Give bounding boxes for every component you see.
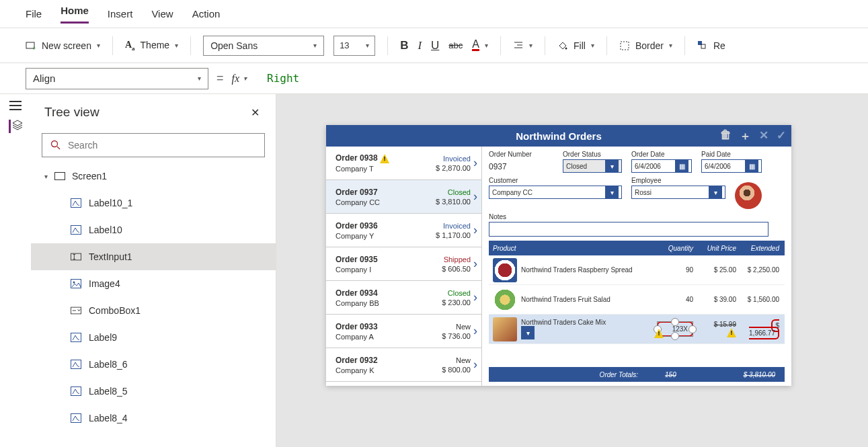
formula-input[interactable]: Right: [267, 72, 299, 85]
tree-node-screen1[interactable]: ▾ Screen1: [31, 163, 276, 190]
search-input[interactable]: [68, 140, 256, 151]
paid-date-label: Paid Date: [701, 151, 762, 158]
order-id: Order 0932: [336, 356, 378, 365]
control-icon: [70, 360, 82, 369]
order-date-input[interactable]: 6/4/2006▦: [631, 159, 692, 173]
confirm-icon[interactable]: ✓: [777, 128, 786, 144]
order-row[interactable]: Order 0937 Company CC Closed $ 3,810.00 …: [326, 180, 481, 214]
control-icon: [70, 413, 82, 423]
new-screen-button[interactable]: + New screen ▾: [26, 40, 100, 51]
svg-rect-22: [71, 333, 81, 342]
svg-rect-13: [71, 226, 81, 235]
line-name: Northwind Traders Fruit Salad: [521, 296, 656, 303]
menu-insert[interactable]: Insert: [108, 8, 133, 19]
notes-input[interactable]: [489, 222, 768, 237]
search-box[interactable]: [42, 133, 265, 157]
order-line[interactable]: Northwind Traders Raspberry Spread 90 $ …: [489, 255, 785, 285]
svg-point-19: [73, 282, 75, 284]
tree-node-label8_5[interactable]: Label8_5: [31, 378, 276, 405]
italic-button[interactable]: I: [418, 39, 422, 52]
qty-input-selected[interactable]: 123X: [657, 321, 693, 337]
fx-button[interactable]: fx ▾: [232, 73, 247, 85]
order-row[interactable]: Order 0934 Company BB Closed $ 230.00 ›: [326, 281, 481, 315]
close-icon[interactable]: ✕: [251, 106, 260, 119]
order-row[interactable]: Order 0936 Company Y Invoiced $ 1,170.00…: [326, 214, 481, 247]
line-qty: 40: [656, 296, 699, 303]
bold-button[interactable]: B: [400, 39, 408, 52]
order-row[interactable]: Order 0932 Company K New $ 800.00 ›: [326, 348, 481, 382]
order-total: $ 800.00: [442, 366, 471, 374]
fx-icon: fx: [232, 73, 240, 85]
font-color-button[interactable]: A ▾: [472, 40, 488, 51]
tree-node-label9[interactable]: Label9: [31, 324, 276, 351]
tree-node-label10[interactable]: Label10: [31, 216, 276, 243]
border-button[interactable]: Border ▾: [619, 40, 672, 51]
paid-date-input[interactable]: 6/4/2006▦: [701, 159, 762, 173]
col-product: Product: [489, 245, 656, 252]
calendar-icon: ▦: [745, 159, 758, 173]
underline-button[interactable]: U: [431, 39, 439, 52]
order-number-label: Order Number: [489, 151, 553, 158]
theme-label: Theme: [141, 40, 170, 50]
tree-view-panel: Tree view ✕ ▾ Screen1 Label10_1 Label10 …: [31, 94, 276, 447]
product-select[interactable]: Northwind Traders Cake Mix▾: [521, 319, 615, 339]
line-ext: $ 1,560.00: [742, 296, 785, 303]
chevron-right-icon: ›: [473, 156, 477, 170]
tree-node-image4[interactable]: Image4: [31, 270, 276, 297]
property-select[interactable]: Align ▾: [26, 68, 208, 89]
cancel-icon[interactable]: ✕: [759, 128, 768, 144]
warning-icon: !: [380, 154, 389, 163]
order-line[interactable]: Northwind Traders Fruit Salad 40 $ 39.00…: [489, 285, 785, 315]
font-select[interactable]: Open Sans ▾: [203, 36, 324, 56]
line-ext: $ 2,250.00: [742, 266, 785, 274]
order-row[interactable]: Order 0935 Company I Shipped $ 606.50 ›: [326, 247, 481, 281]
hamburger-icon[interactable]: [9, 105, 22, 106]
tree-node-combobox1[interactable]: ComboBox1: [31, 297, 276, 324]
menu-action[interactable]: Action: [192, 8, 221, 19]
product-thumb: [493, 317, 517, 341]
line-unit: $ 39.00: [699, 296, 742, 303]
svg-point-5: [565, 47, 567, 49]
line-ext: $ 1,966.77: [749, 319, 779, 339]
order-row[interactable]: Order 0933 Company A New $ 736.00 ›: [326, 315, 481, 348]
totals-row: Order Totals: 150 $ 3,810.00: [489, 367, 785, 382]
theme-button[interactable]: Aa Theme ▾: [125, 40, 178, 52]
chevron-down-icon: ▾: [243, 75, 247, 82]
node-label: Label8_5: [89, 386, 128, 397]
order-total: $ 3,810.00: [436, 198, 471, 206]
collapse-icon[interactable]: ▾: [44, 173, 48, 180]
trash-icon[interactable]: 🗑: [720, 128, 732, 144]
border-label: Border: [635, 40, 664, 51]
chevron-down-icon: ▾: [97, 42, 100, 49]
tree-node-label8_6[interactable]: Label8_6: [31, 351, 276, 378]
tree-node-label8_4[interactable]: Label8_4: [31, 405, 276, 432]
order-id: Order 0934: [336, 288, 379, 298]
chevron-down-icon: ▾: [605, 186, 619, 199]
reorder-button[interactable]: Re: [697, 40, 725, 51]
order-row[interactable]: Order 0938 ! Company T Invoiced $ 2,870.…: [326, 147, 481, 180]
order-status-select[interactable]: Closed▾: [563, 159, 622, 173]
order-status: Closed: [448, 188, 471, 196]
add-icon[interactable]: ＋: [740, 128, 751, 144]
employee-avatar: [735, 182, 762, 209]
tree-node-label10_1[interactable]: Label10_1: [31, 190, 276, 216]
order-line-selected[interactable]: Northwind Traders Cake Mix▾ 123X ! $ 15.…: [489, 315, 785, 344]
menu-file[interactable]: File: [26, 8, 42, 19]
order-id: Order 0937: [336, 188, 380, 197]
font-size-select[interactable]: 13 ▾: [333, 36, 375, 56]
menu-view[interactable]: View: [151, 8, 173, 19]
tree-node-textinput1[interactable]: TextInput1: [31, 243, 276, 270]
tree-view-icon[interactable]: [9, 120, 22, 133]
property-value: Align: [33, 73, 55, 84]
customer-select[interactable]: Company CC▾: [489, 186, 622, 199]
menu-home[interactable]: Home: [61, 5, 89, 24]
order-total: $ 2,870.00: [436, 164, 471, 172]
align-button[interactable]: ▾: [513, 40, 532, 51]
strikethrough-button[interactable]: abc: [448, 40, 463, 50]
node-label: ComboBox1: [89, 305, 141, 316]
order-status-label: Order Status: [563, 151, 622, 158]
order-status: Shipped: [444, 255, 471, 263]
orders-list[interactable]: Order 0938 ! Company T Invoiced $ 2,870.…: [326, 147, 482, 386]
fill-button[interactable]: Fill ▾: [557, 40, 594, 51]
employee-select[interactable]: Rossi▾: [631, 186, 725, 199]
